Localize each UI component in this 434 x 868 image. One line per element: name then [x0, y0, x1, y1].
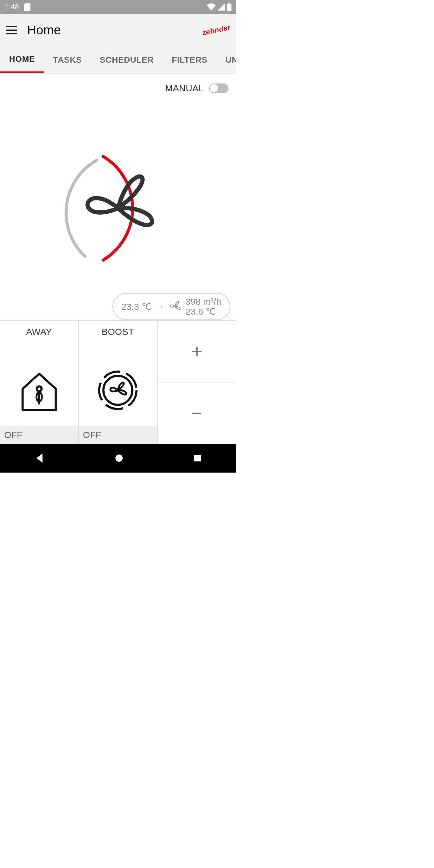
- svg-point-0: [37, 386, 41, 391]
- manual-toggle[interactable]: [209, 84, 228, 93]
- status-bar: 1:48: [0, 0, 236, 14]
- mode-boost-title: BOOST: [101, 327, 134, 337]
- page-title: Home: [27, 23, 192, 37]
- minus-icon: −: [191, 402, 202, 424]
- toggle-knob: [210, 84, 218, 93]
- status-time: 1:48: [5, 3, 19, 11]
- app-bar: Home zehnder: [0, 14, 236, 46]
- mode-away[interactable]: AWAY OFF: [0, 320, 79, 444]
- tab-unit-status[interactable]: UNIT STATUS: [216, 46, 236, 73]
- wifi-icon: [207, 3, 216, 10]
- battery-icon: [227, 3, 231, 11]
- outlet-temperature: 23.6 ℃: [186, 307, 221, 316]
- mode-boost-status: OFF: [79, 426, 157, 444]
- nav-recents-button[interactable]: [193, 454, 202, 462]
- nav-home-button[interactable]: [115, 454, 124, 463]
- fan-icon: [168, 300, 181, 313]
- fan-gauge[interactable]: [0, 96, 236, 320]
- readings-badge[interactable]: 23.3 ℃ → 398 m³/h 23.6 ℃: [113, 293, 230, 320]
- status-right-icons: [207, 3, 231, 11]
- menu-icon[interactable]: [5, 24, 18, 36]
- content-area: MANUAL 23.3 ℃ → 398 m³/h 23.6 ℃: [0, 73, 236, 444]
- tab-scheduler[interactable]: SCHEDULER: [91, 46, 163, 73]
- brand-logo: zehnder: [202, 23, 231, 37]
- arrow-right-icon: →: [156, 302, 164, 311]
- mode-boost[interactable]: BOOST OFF: [79, 320, 157, 444]
- svg-point-3: [116, 455, 123, 462]
- increase-button[interactable]: +: [158, 320, 236, 382]
- cell-signal-icon: [218, 3, 225, 10]
- plus-icon: +: [191, 340, 203, 363]
- tab-strip: HOME TASKS SCHEDULER FILTERS UNIT STATUS: [0, 46, 236, 73]
- mode-away-title: AWAY: [26, 327, 52, 337]
- manual-toggle-row: MANUAL: [0, 73, 236, 96]
- android-nav-bar: [0, 444, 236, 472]
- decrease-button[interactable]: −: [158, 382, 236, 444]
- mode-grid: AWAY OFF BOOST: [0, 320, 236, 444]
- inlet-temperature: 23.3 ℃: [121, 301, 152, 312]
- tab-home[interactable]: HOME: [0, 46, 44, 73]
- svg-rect-4: [194, 455, 201, 461]
- tab-tasks[interactable]: TASKS: [44, 46, 91, 73]
- mode-away-status: OFF: [0, 426, 78, 444]
- airflow-rate: 398 m³/h: [186, 297, 221, 307]
- nav-back-button[interactable]: [35, 453, 45, 463]
- sd-card-icon: [24, 3, 30, 11]
- tab-filters[interactable]: FILTERS: [163, 46, 216, 73]
- manual-label: MANUAL: [165, 83, 204, 93]
